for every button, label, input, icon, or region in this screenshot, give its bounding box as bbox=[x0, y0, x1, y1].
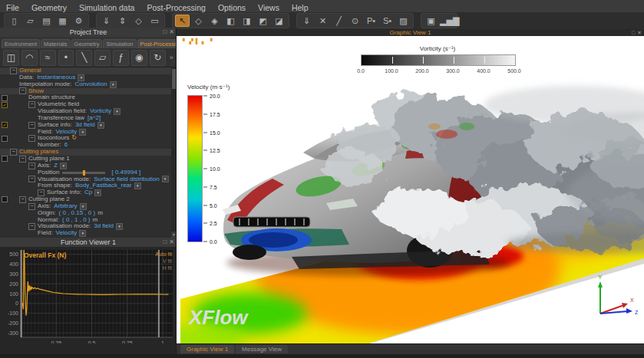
undock-icon[interactable]: □ bbox=[163, 28, 167, 35]
dropdown-arrow-icon[interactable]: ▾ bbox=[97, 122, 104, 129]
dropdown-arrow-icon[interactable]: ▾ bbox=[79, 129, 86, 136]
open-project-icon[interactable]: ▱ bbox=[23, 15, 38, 27]
collapse-toggle[interactable]: − bbox=[28, 122, 35, 129]
fit-option-v-fit[interactable]: V fit bbox=[163, 258, 172, 264]
refresh-results-icon[interactable]: ↻ bbox=[150, 50, 166, 66]
sync-data-icon[interactable]: ⇕ bbox=[115, 15, 130, 27]
collapse-toggle[interactable]: − bbox=[10, 149, 17, 156]
animation-clapper-icon[interactable]: ▨ bbox=[396, 15, 411, 27]
row-value[interactable]: 3d field bbox=[75, 122, 95, 129]
3d-viewport[interactable]: Y X Z ▘▞▌▖▝ Vorticity (s⁻¹) 0.0100.0200.… bbox=[177, 36, 644, 343]
tree-row-isocontours[interactable]: −Isocontours↻ bbox=[0, 135, 177, 142]
close-icon[interactable]: ✕ bbox=[637, 30, 642, 35]
view-tab-message-view[interactable]: Message View bbox=[236, 345, 288, 353]
tree-row-visualisation-mode[interactable]: −Visualisation mode:3d field▾ bbox=[0, 223, 177, 230]
undock-icon[interactable]: □ bbox=[632, 30, 635, 35]
tree-row-volumetric-field[interactable]: ✓−Volumetric field bbox=[0, 101, 177, 108]
fx-chart[interactable]: 5004003002001000-100-200-3000.250.50.751… bbox=[0, 247, 177, 354]
tree-row-field[interactable]: Field:Velocity▾ bbox=[0, 129, 177, 136]
tree-row-axis[interactable]: −Axis:Z▾ bbox=[0, 163, 177, 169]
scale-cube-icon[interactable]: ◩ bbox=[256, 15, 270, 27]
collapse-toggle[interactable]: − bbox=[10, 67, 17, 74]
visibility-checkbox[interactable] bbox=[2, 95, 8, 101]
tree-row-field[interactable]: Field:Velocity▾ bbox=[0, 230, 177, 237]
select-cursor-icon[interactable]: ↖ bbox=[175, 15, 190, 27]
streamlines-icon[interactable]: ≈ bbox=[40, 50, 56, 66]
panel-splitter[interactable] bbox=[176, 28, 177, 354]
dropdown-arrow-icon[interactable]: ▾ bbox=[162, 176, 169, 182]
inspect-magnifier-icon[interactable]: ⊙ bbox=[348, 15, 362, 27]
tree-row-cutting-plane-2[interactable]: −Cutting plane 2 bbox=[0, 196, 177, 203]
visibility-checkbox[interactable] bbox=[2, 156, 8, 162]
preferences-gear-icon[interactable]: ⚙ bbox=[71, 15, 86, 27]
measure-ruler-icon[interactable]: ▭ bbox=[147, 15, 162, 27]
probe-point-icon[interactable]: P• bbox=[364, 15, 378, 27]
collapse-toggle[interactable]: − bbox=[19, 87, 26, 94]
collapse-toggle[interactable]: − bbox=[19, 156, 26, 163]
fit-option-auto-fit[interactable]: Auto fit bbox=[155, 251, 172, 257]
render-snapshot-icon[interactable]: ▣ bbox=[424, 15, 438, 27]
collapse-toggle[interactable]: − bbox=[28, 176, 35, 182]
formula-icon[interactable]: ƒ bbox=[113, 50, 129, 66]
collapse-toggle[interactable]: − bbox=[28, 163, 35, 169]
row-value[interactable]: 3d field bbox=[94, 223, 114, 230]
collapse-toggle[interactable]: − bbox=[28, 223, 35, 230]
slider-thumb[interactable] bbox=[83, 170, 85, 176]
dropdown-arrow-icon[interactable]: ▾ bbox=[110, 81, 117, 88]
move-cube-icon[interactable]: ◧ bbox=[223, 15, 238, 27]
record-video-icon[interactable]: ◉ bbox=[131, 50, 147, 66]
function-viewer-chart[interactable]: 5004003002001000-100-200-3000.250.50.751… bbox=[0, 247, 177, 354]
delete-shape-icon[interactable]: ✕ bbox=[315, 15, 330, 27]
collapse-toggle[interactable]: − bbox=[28, 135, 35, 142]
tab-materials[interactable]: Materials bbox=[41, 39, 70, 48]
collapse-toggle[interactable]: − bbox=[19, 196, 26, 203]
section-show[interactable]: −Show bbox=[0, 88, 177, 95]
visibility-checkbox[interactable] bbox=[2, 196, 8, 202]
row-value[interactable]: Cp bbox=[84, 189, 92, 196]
tree-row-domain-structure[interactable]: Domain structure bbox=[0, 94, 177, 101]
mesh-cube-icon[interactable]: ◪ bbox=[272, 15, 286, 27]
toolbar-overflow-icon[interactable]: » bbox=[168, 51, 175, 65]
save-project-as-icon[interactable]: ▦ bbox=[55, 15, 70, 27]
cut-cube-icon[interactable]: ◈ bbox=[207, 15, 222, 27]
visibility-checkbox[interactable]: ✓ bbox=[2, 122, 8, 128]
undock-icon[interactable]: □ bbox=[163, 238, 167, 245]
dropdown-arrow-icon[interactable]: ▾ bbox=[134, 182, 141, 189]
tab-environment[interactable]: Environment bbox=[2, 39, 40, 48]
point-probe-icon[interactable]: • bbox=[58, 50, 74, 66]
close-icon[interactable]: ✕ bbox=[169, 238, 174, 245]
section-cutting-planes[interactable]: −Cutting planes bbox=[0, 149, 177, 156]
close-icon[interactable]: ✕ bbox=[169, 28, 174, 35]
visibility-checkbox[interactable]: ✓ bbox=[2, 102, 8, 108]
tree-row-surface-info[interactable]: ✓−Surface info:3d field▾ bbox=[0, 122, 177, 129]
tab-geometry[interactable]: Geometry bbox=[71, 39, 103, 48]
new-project-icon[interactable]: ▯ bbox=[7, 15, 21, 27]
row-value[interactable]: Velocity bbox=[56, 230, 78, 237]
tab-simulation[interactable]: Simulation bbox=[103, 39, 136, 48]
tree-row-cutting-plane-1[interactable]: −Cutting plane 1 bbox=[0, 156, 177, 163]
collapse-toggle[interactable]: − bbox=[28, 203, 35, 210]
view-tab-graphic-view-1[interactable]: Graphic View 1 bbox=[180, 345, 234, 353]
volumetric-field-icon[interactable]: ◫ bbox=[3, 50, 19, 66]
domain-box-icon[interactable]: ◇ bbox=[131, 15, 146, 27]
tree-row-interpolation-mode[interactable]: Interpolation mode:Convolution▾ bbox=[0, 81, 177, 88]
sensor-point-icon[interactable]: S• bbox=[380, 15, 395, 27]
import-shape-icon[interactable]: ⇓ bbox=[299, 15, 314, 27]
refresh-icon[interactable]: ↻ bbox=[71, 135, 77, 142]
collapse-toggle[interactable]: − bbox=[28, 101, 35, 108]
position-slider[interactable] bbox=[62, 172, 105, 174]
import-data-icon[interactable]: ⇓ bbox=[99, 15, 114, 27]
rotate-cube-icon[interactable]: ◨ bbox=[239, 15, 254, 27]
line-probe-icon[interactable]: ╲ bbox=[76, 50, 92, 66]
tree-row-surface-info[interactable]: −Surface info:Cp▾ bbox=[0, 189, 177, 196]
view-cube-icon[interactable]: ◇ bbox=[191, 15, 206, 27]
row-value[interactable]: Body_Fastback_rear bbox=[75, 182, 132, 189]
surface-field-icon[interactable]: ◠ bbox=[21, 50, 38, 66]
cutting-plane-icon[interactable]: ▱ bbox=[94, 50, 111, 66]
dropdown-arrow-icon[interactable]: ▾ bbox=[94, 189, 101, 196]
fit-option-h-fit[interactable]: H fit bbox=[163, 265, 173, 271]
row-value[interactable]: Convolution bbox=[75, 81, 107, 88]
tools-wrench-icon[interactable]: ╱ bbox=[332, 15, 346, 27]
save-project-icon[interactable]: ▤ bbox=[39, 15, 54, 27]
dropdown-arrow-icon[interactable]: ▾ bbox=[116, 223, 123, 230]
